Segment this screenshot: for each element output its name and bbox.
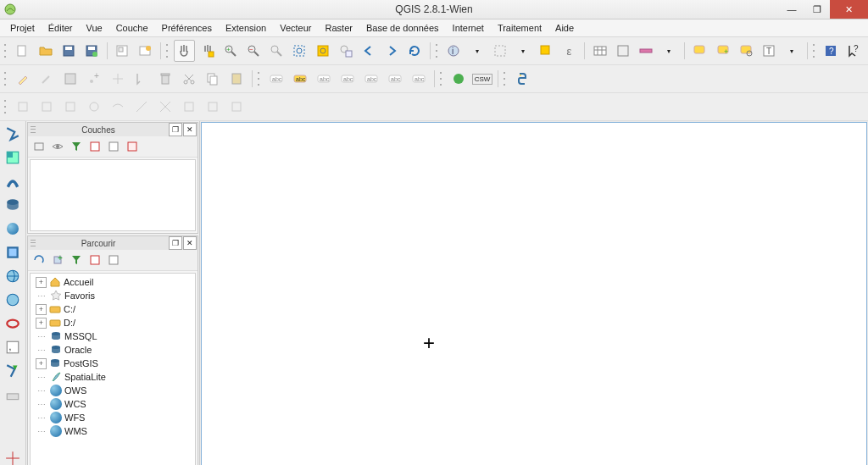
- browser-tree[interactable]: +Accueil⋯Favoris+C:/+D:/⋯MSSQL⋯Oracle+Po…: [30, 273, 196, 465]
- tree-item[interactable]: +C:/: [32, 302, 193, 316]
- menu-base-donnees[interactable]: Base de données: [359, 21, 446, 35]
- add-raster-layer-button[interactable]: [3, 148, 22, 167]
- show-bookmarks-button[interactable]: [735, 40, 756, 62]
- menu-extension[interactable]: Extension: [219, 21, 273, 35]
- menu-couche[interactable]: Couche: [109, 21, 155, 35]
- grip-icon[interactable]: [3, 96, 8, 118]
- digitize-6-button[interactable]: [131, 96, 153, 118]
- add-oracle-layer-button[interactable]: [3, 314, 22, 333]
- add-wms-layer-button[interactable]: [3, 219, 22, 238]
- new-project-button[interactable]: [12, 40, 33, 62]
- refresh-button[interactable]: [404, 40, 426, 62]
- menu-vue[interactable]: Vue: [80, 21, 109, 35]
- add-delimited-text-button[interactable]: ,: [3, 338, 22, 357]
- collapse-all-button[interactable]: [106, 139, 121, 154]
- tree-item[interactable]: ⋯WCS: [32, 397, 193, 411]
- pan-button[interactable]: [174, 40, 195, 62]
- close-button[interactable]: ✕: [830, 0, 868, 19]
- add-group-button[interactable]: [31, 139, 47, 154]
- manage-visibility-button[interactable]: [50, 139, 65, 154]
- label-7-button[interactable]: abc: [408, 68, 430, 90]
- tree-item[interactable]: ⋯WFS: [32, 411, 193, 424]
- menu-traitement[interactable]: Traitement: [491, 21, 548, 35]
- grip-icon[interactable]: [165, 40, 170, 62]
- close-panel-button[interactable]: ✕: [183, 123, 197, 136]
- digitize-4-button[interactable]: [83, 96, 105, 118]
- menu-preferences[interactable]: Préférences: [155, 21, 219, 35]
- grip-icon[interactable]: [435, 40, 440, 62]
- python-console-button[interactable]: [511, 68, 533, 90]
- menu-editer[interactable]: Éditer: [42, 21, 80, 35]
- text-annotation-button[interactable]: T: [758, 40, 779, 62]
- menu-aide[interactable]: Aide: [548, 21, 581, 35]
- zoom-native-button[interactable]: [266, 40, 287, 62]
- identify-actions-button[interactable]: ▾: [466, 40, 487, 62]
- measure-button[interactable]: [635, 40, 656, 62]
- paste-features-button[interactable]: [225, 68, 248, 90]
- layers-panel-header[interactable]: Couches ❐ ✕: [28, 123, 198, 136]
- grip-icon[interactable]: [3, 68, 8, 90]
- digitize-1-button[interactable]: [12, 96, 34, 118]
- add-feature-button[interactable]: +: [83, 68, 105, 90]
- layers-tree[interactable]: [30, 159, 196, 231]
- label-2-button[interactable]: abc: [289, 68, 311, 90]
- zoom-in-button[interactable]: +: [220, 40, 241, 62]
- remove-layer-button[interactable]: [125, 139, 140, 154]
- menu-raster[interactable]: Raster: [319, 21, 359, 35]
- identify-button[interactable]: i: [443, 40, 465, 62]
- grip-icon[interactable]: [257, 68, 262, 90]
- pan-to-selection-button[interactable]: [197, 40, 218, 62]
- close-panel-button[interactable]: ✕: [183, 236, 197, 250]
- label-1-button[interactable]: abc: [265, 68, 287, 90]
- add-postgis-layer-button[interactable]: [3, 196, 22, 214]
- tree-item[interactable]: +PostGIS: [32, 357, 193, 370]
- tree-item[interactable]: ⋯Oracle: [32, 343, 193, 357]
- expand-icon[interactable]: +: [36, 277, 47, 288]
- copy-features-button[interactable]: [202, 68, 224, 90]
- tree-item[interactable]: +D:/: [32, 316, 193, 329]
- menu-internet[interactable]: Internet: [446, 21, 491, 35]
- save-edits-button[interactable]: [36, 68, 58, 90]
- help-button[interactable]: ?: [821, 40, 842, 62]
- print-composer-button[interactable]: [112, 40, 133, 62]
- filter-legend-button[interactable]: [69, 139, 84, 154]
- grip-icon[interactable]: [812, 40, 817, 62]
- digitize-7-button[interactable]: [154, 96, 176, 118]
- composer-manager-button[interactable]: [135, 40, 156, 62]
- digitize-10-button[interactable]: [225, 96, 248, 118]
- whats-this-button[interactable]: ?: [843, 40, 865, 62]
- deselect-button[interactable]: [536, 40, 557, 62]
- expression-select-button[interactable]: ε: [559, 40, 580, 62]
- digitize-8-button[interactable]: [178, 96, 200, 118]
- add-wcs-layer-button[interactable]: [3, 243, 22, 262]
- menu-projet[interactable]: Projet: [3, 21, 42, 35]
- filter-button[interactable]: [69, 252, 84, 268]
- label-4-button[interactable]: abc: [337, 68, 359, 90]
- add-spatialite-layer-button[interactable]: [3, 172, 22, 191]
- cut-features-button[interactable]: [178, 68, 200, 90]
- annotation-actions-button[interactable]: ▾: [782, 40, 803, 62]
- map-canvas[interactable]: +: [201, 122, 867, 465]
- menu-vecteur[interactable]: Vecteur: [273, 21, 318, 35]
- expand-icon[interactable]: +: [36, 318, 47, 329]
- undock-button[interactable]: ❐: [169, 123, 182, 136]
- zoom-out-button[interactable]: −: [242, 40, 264, 62]
- measure-actions-button[interactable]: ▾: [659, 40, 680, 62]
- tree-item[interactable]: +Accueil: [32, 275, 193, 289]
- new-bookmark-button[interactable]: +: [712, 40, 733, 62]
- zoom-last-button[interactable]: [358, 40, 379, 62]
- toggle-editing-button[interactable]: [12, 68, 34, 90]
- tree-item[interactable]: ⋯Favoris: [32, 289, 193, 302]
- zoom-to-layer-button[interactable]: [335, 40, 356, 62]
- add-vector-layer-button[interactable]: [3, 125, 22, 143]
- tree-item[interactable]: ⋯WMS: [32, 424, 193, 438]
- zoom-next-button[interactable]: [381, 40, 403, 62]
- field-calculator-button[interactable]: [612, 40, 633, 62]
- label-5-button[interactable]: abc: [360, 68, 382, 90]
- undock-button[interactable]: ❐: [169, 236, 182, 250]
- maximize-button[interactable]: ❐: [804, 0, 830, 19]
- save-button[interactable]: [58, 40, 79, 62]
- label-3-button[interactable]: abc: [313, 68, 335, 90]
- refresh-browser-button[interactable]: [31, 252, 47, 268]
- grip-icon[interactable]: [3, 40, 8, 62]
